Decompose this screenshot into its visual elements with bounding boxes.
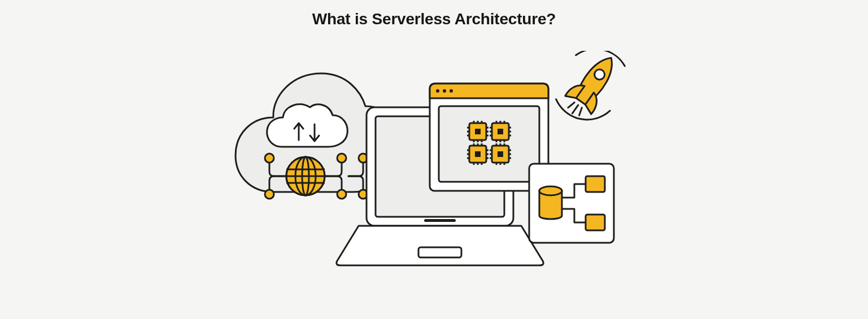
svg-rect-37 [498, 129, 503, 134]
svg-line-85 [577, 108, 583, 116]
svg-point-10 [337, 190, 346, 199]
svg-point-19 [443, 89, 446, 93]
svg-point-18 [436, 89, 439, 93]
svg-line-84 [572, 105, 578, 113]
globe-icon [286, 157, 325, 195]
svg-point-20 [450, 89, 453, 93]
svg-rect-81 [586, 215, 605, 230]
svg-rect-16 [424, 219, 456, 222]
svg-point-79 [539, 186, 562, 195]
svg-line-83 [568, 101, 574, 109]
svg-rect-23 [475, 129, 481, 134]
svg-point-9 [337, 154, 346, 163]
svg-rect-15 [418, 247, 461, 257]
svg-rect-65 [498, 151, 503, 157]
svg-rect-51 [475, 151, 481, 157]
svg-rect-21 [439, 106, 539, 182]
svg-point-7 [265, 154, 274, 163]
svg-rect-80 [586, 176, 605, 192]
diagram-illustration [220, 51, 649, 288]
rocket-icon [546, 51, 638, 133]
diagram-svg [220, 51, 649, 288]
page-title: What is Serverless Architecture? [312, 10, 556, 28]
database-panel-icon [529, 164, 614, 243]
svg-point-8 [265, 190, 274, 199]
